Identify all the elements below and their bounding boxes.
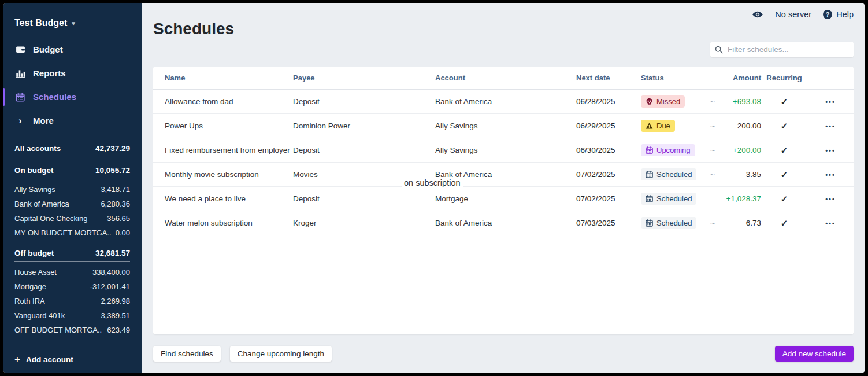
add-new-schedule-button[interactable]: Add new schedule [775, 346, 854, 362]
account-balance: 0.00 [116, 228, 130, 237]
account-balance: 623.49 [107, 326, 130, 334]
account-row[interactable]: Bank of America6,280.36 [14, 197, 130, 211]
calendar-icon [646, 219, 653, 227]
check-icon: ✓ [781, 121, 788, 131]
schedule-account: Mortgage [435, 194, 576, 203]
search-icon [715, 46, 723, 54]
schedule-next-date: 07/02/2025 [576, 170, 641, 179]
account-name: House Asset [14, 268, 57, 277]
budget-switcher[interactable]: Test Budget ▾ [14, 18, 130, 28]
sidebar-item-off-budget[interactable]: Off budget 32,681.57 [14, 249, 130, 262]
plus-icon: + [14, 355, 20, 364]
account-row[interactable]: Capital One Checking356.65 [14, 211, 130, 226]
row-menu-button[interactable]: ••• [825, 220, 836, 227]
table-row[interactable]: Fixed reimbursement from employerDeposit… [153, 138, 854, 163]
approx-tilde: ~ [710, 170, 723, 179]
calendar-icon [646, 146, 653, 154]
column-header-next-date[interactable]: Next date [576, 73, 641, 82]
wallet-icon [14, 45, 26, 54]
find-schedules-button[interactable]: Find schedules [153, 346, 221, 362]
row-menu-button[interactable]: ••• [825, 147, 836, 154]
schedule-account: Ally Savings [435, 121, 576, 130]
account-row[interactable]: House Asset338,400.00 [14, 265, 130, 279]
check-icon: ✓ [781, 218, 788, 228]
overlay-tooltip-text: on subscription [402, 178, 463, 187]
account-row[interactable]: Vanguard 401k3,389.51 [14, 308, 130, 323]
server-status-button[interactable]: No server [775, 10, 811, 19]
help-button[interactable]: ? Help [823, 10, 854, 19]
sidebar-item-on-budget[interactable]: On budget 10,055.72 [14, 166, 130, 179]
add-account-button[interactable]: + Add account [14, 355, 73, 364]
all-accounts-balance: 42,737.29 [95, 144, 130, 153]
table-row[interactable]: Monthly movie subscriptionMoviesBank of … [153, 163, 854, 187]
help-label: Help [836, 10, 854, 19]
check-icon: ✓ [781, 145, 788, 155]
schedule-payee: Deposit [293, 194, 435, 203]
column-header-payee[interactable]: Payee [293, 73, 435, 82]
sidebar-item-all-accounts[interactable]: All accounts 42,737.29 [14, 144, 130, 153]
row-menu-button[interactable]: ••• [825, 98, 836, 105]
table-row[interactable]: We need a place to liveDepositMortgage07… [153, 187, 854, 211]
off-budget-balance: 32,681.57 [95, 249, 130, 257]
account-row[interactable]: MY ON BUDGET MORTGA...0.00 [14, 226, 130, 240]
sidebar-item-budget[interactable]: Budget [14, 40, 130, 59]
table-header: Name Payee Account Next date Status Amou… [153, 67, 854, 90]
schedule-amount: +200.00 [723, 146, 761, 154]
schedule-amount: 3.85 [723, 170, 761, 179]
check-icon: ✓ [781, 169, 788, 179]
column-header-account[interactable]: Account [435, 73, 576, 82]
row-menu-button[interactable]: ••• [825, 123, 836, 130]
sidebar-item-schedules[interactable]: Schedules [14, 87, 130, 106]
change-upcoming-length-button[interactable]: Change upcoming length [230, 346, 332, 362]
on-budget-accounts: Ally Savings3,418.71Bank of America6,280… [14, 182, 130, 240]
check-icon: ✓ [781, 194, 788, 204]
chevron-right-icon: › [14, 116, 26, 126]
status-badge: Scheduled [641, 193, 696, 205]
schedule-name: Monthly movie subscription [153, 170, 293, 179]
app-window: Test Budget ▾ BudgetReportsSchedules›Mor… [3, 3, 865, 373]
account-list: All accounts 42,737.29 On budget 10,055.… [14, 144, 130, 337]
schedule-name: We need a place to live [153, 194, 293, 203]
table-row[interactable]: Power UpsDominion PowerAlly Savings06/29… [153, 114, 854, 138]
table-row[interactable]: Water melon subscriptionKrogerBank of Am… [153, 211, 854, 235]
sidebar-item-more[interactable]: ›More [14, 111, 130, 130]
page-title: Schedules [153, 20, 234, 38]
column-header-recurring[interactable]: Recurring [761, 73, 807, 82]
topbar: No server ? Help [752, 10, 854, 19]
account-balance: 356.65 [107, 214, 130, 223]
approx-tilde: ~ [710, 121, 723, 131]
account-balance: 338,400.00 [92, 268, 130, 277]
schedule-account: Bank of America [435, 219, 576, 227]
table-body: Allowance from dadDepositBank of America… [153, 90, 854, 235]
schedule-account: Ally Savings [435, 146, 576, 154]
schedule-payee: Deposit [293, 146, 435, 154]
column-header-amount[interactable]: Amount [723, 73, 761, 82]
schedule-next-date: 07/02/2025 [576, 194, 641, 203]
row-menu-button[interactable]: ••• [825, 196, 836, 202]
schedule-name: Fixed reimbursement from employer [153, 146, 293, 154]
account-name: Roth IRA [14, 297, 45, 305]
account-balance: 6,280.36 [101, 200, 130, 208]
column-header-status[interactable]: Status [641, 73, 710, 82]
privacy-eye-button[interactable] [752, 10, 763, 19]
account-name: OFF BUDGET MORTGA... [14, 326, 102, 334]
schedule-next-date: 06/29/2025 [576, 121, 641, 130]
account-name: Capital One Checking [14, 214, 87, 223]
row-menu-button[interactable]: ••• [825, 171, 836, 178]
column-header-name[interactable]: Name [153, 73, 293, 82]
account-row[interactable]: Ally Savings3,418.71 [14, 182, 130, 197]
account-row[interactable]: OFF BUDGET MORTGA...623.49 [14, 323, 130, 337]
account-balance: 3,418.71 [101, 185, 130, 194]
account-row[interactable]: Roth IRA2,269.98 [14, 294, 130, 308]
sidebar-item-reports[interactable]: Reports [14, 64, 130, 83]
account-name: Bank of America [14, 200, 69, 208]
filter-schedules-input[interactable] [726, 45, 849, 54]
schedule-next-date: 06/28/2025 [576, 97, 641, 106]
account-row[interactable]: Mortgage-312,001.41 [14, 279, 130, 294]
table-row[interactable]: Allowance from dadDepositBank of America… [153, 90, 854, 114]
status-badge: Due [641, 120, 675, 132]
status-badge: Upcoming [641, 144, 695, 156]
sidebar: Test Budget ▾ BudgetReportsSchedules›Mor… [3, 3, 142, 373]
calendar-icon [646, 195, 653, 202]
schedule-name: Water melon subscription [153, 219, 293, 227]
